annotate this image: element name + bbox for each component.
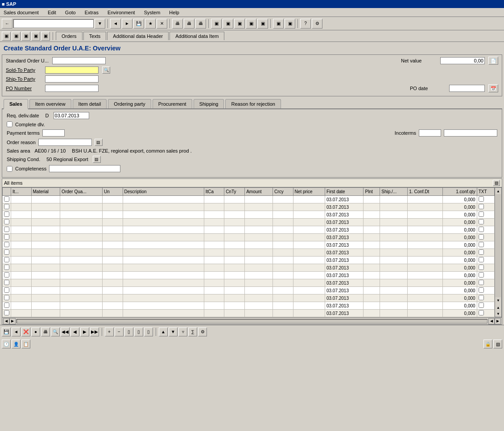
txt-checkbox[interactable]	[479, 242, 484, 247]
row-select-checkbox[interactable]	[4, 219, 9, 224]
tab-ordering-party[interactable]: Ordering party	[108, 99, 151, 108]
toolbar-btn-6[interactable]: ▣	[273, 19, 284, 29]
bt-filter-icon[interactable]: ▿	[178, 327, 187, 336]
order-reason-icon[interactable]: ▤	[95, 139, 103, 146]
nav-forward-icon[interactable]: ►	[122, 19, 132, 29]
print-icon[interactable]: 🖶	[172, 19, 183, 29]
row-select-checkbox[interactable]	[4, 227, 9, 232]
shortcut-icon[interactable]: ★	[145, 19, 156, 29]
txt-checkbox[interactable]	[479, 265, 484, 270]
col-ship[interactable]: Ship./...	[380, 188, 408, 196]
toolbar2-btn1[interactable]: ▣	[2, 32, 11, 41]
grid-txt[interactable]	[477, 219, 494, 226]
tab-additional-header[interactable]: Additional data Header	[107, 32, 169, 40]
row-select-checkbox[interactable]	[4, 310, 9, 315]
table-row[interactable]: 03.07.20130,000	[3, 264, 495, 272]
shipping-cond-icon[interactable]: ▤	[93, 156, 101, 163]
bt2-notes-icon[interactable]: 📋	[21, 340, 30, 348]
row-select-checkbox[interactable]	[4, 287, 9, 293]
tab-orders[interactable]: Orders	[56, 32, 83, 40]
scroll-down-btn[interactable]: ▼	[495, 297, 501, 303]
menu-environment[interactable]: Environment	[106, 9, 137, 16]
tab-procurement[interactable]: Procurement	[153, 99, 192, 108]
col-crcy[interactable]: Crcy	[273, 188, 293, 196]
toolbar2-btn2[interactable]: ▣	[12, 32, 21, 41]
col-net-price[interactable]: Net price	[293, 188, 325, 196]
toolbar2-btn5[interactable]: ▣	[41, 32, 50, 41]
txt-checkbox[interactable]	[479, 257, 484, 262]
print2-icon[interactable]: 🖶	[184, 19, 194, 29]
tab-sales[interactable]: Sales	[4, 99, 28, 109]
txt-checkbox[interactable]	[479, 310, 484, 315]
row-select-checkbox[interactable]	[4, 204, 9, 209]
txt-checkbox[interactable]	[479, 211, 484, 217]
po-number-input[interactable]	[45, 85, 99, 92]
row-select-checkbox[interactable]	[4, 196, 9, 202]
table-row[interactable]: 03.07.20130,000	[3, 272, 495, 279]
bt-sort1-icon[interactable]: ▲	[159, 327, 168, 336]
bt-exit-icon[interactable]: ❌	[21, 327, 30, 336]
col-txt[interactable]: TXT	[477, 188, 494, 196]
bt-next-icon[interactable]: ▶	[80, 327, 89, 336]
row-select-checkbox[interactable]	[4, 234, 9, 240]
txt-checkbox[interactable]	[479, 204, 484, 209]
bt-paste-icon[interactable]: ▯	[134, 327, 143, 336]
row-select-checkbox[interactable]	[4, 303, 9, 308]
tab-item-overview[interactable]: Item overview	[29, 99, 71, 108]
scroll-down2-btn[interactable]: ▼	[495, 311, 501, 317]
toolbar-btn-2[interactable]: ▣	[223, 19, 233, 29]
menu-system[interactable]: System	[142, 9, 162, 16]
settings-icon[interactable]: ⚙	[312, 19, 322, 29]
bt-print-icon[interactable]: 🖶	[41, 327, 50, 336]
col-amount[interactable]: Amount	[245, 188, 273, 196]
menu-goto[interactable]: Goto	[63, 9, 78, 16]
bt2-lock-icon[interactable]: 🔒	[483, 340, 492, 348]
toolbar-btn-3[interactable]: ▣	[234, 19, 245, 29]
bt-find-icon[interactable]: 🔍	[51, 327, 60, 336]
txt-checkbox[interactable]	[479, 234, 484, 240]
txt-checkbox[interactable]	[479, 227, 484, 232]
table-row[interactable]: 03.07.20130,000	[3, 287, 495, 294]
po-date-icon[interactable]: 📅	[488, 84, 498, 92]
cancel-icon[interactable]: ✕	[157, 19, 167, 29]
table-row[interactable]: 03.07.20130,000	[3, 302, 495, 310]
grid-txt[interactable]	[477, 226, 494, 234]
vertical-scrollbar[interactable]: ▲ ▼ ▲ ▼	[495, 187, 502, 317]
bt-cancel-icon[interactable]: ●	[31, 327, 40, 336]
table-row[interactable]: 03.07.20130,000	[3, 226, 495, 234]
row-select-checkbox[interactable]	[4, 242, 9, 247]
col-plnt[interactable]: Plnt	[364, 188, 380, 196]
bt-prev-icon[interactable]: ◀	[70, 327, 79, 336]
grid-txt[interactable]	[477, 196, 494, 203]
table-row[interactable]: 03.07.20130,000	[3, 196, 495, 203]
menu-help[interactable]: Help	[167, 9, 181, 16]
table-row[interactable]: 03.07.20130,000	[3, 279, 495, 287]
command-input-icon[interactable]: ▼	[95, 19, 105, 29]
table-row[interactable]: 03.07.20130,000	[3, 249, 495, 257]
payment-terms-input[interactable]	[42, 129, 65, 137]
toolbar2-btn4[interactable]: ▣	[31, 32, 40, 41]
bt-back-icon[interactable]: ◄	[12, 327, 21, 336]
row-select-checkbox[interactable]	[4, 265, 9, 270]
grid-txt[interactable]	[477, 203, 494, 211]
completeness-input[interactable]	[49, 165, 120, 172]
sold-to-party-input[interactable]	[45, 66, 99, 74]
tab-item-detail[interactable]: Item detail	[73, 99, 107, 108]
completeness-checkbox[interactable]	[7, 166, 12, 172]
bt-config-icon[interactable]: ⚙	[198, 327, 207, 336]
col-material[interactable]: Material	[31, 188, 60, 196]
grid-txt[interactable]	[477, 294, 494, 302]
txt-checkbox[interactable]	[479, 295, 484, 300]
grid-txt[interactable]	[477, 272, 494, 279]
grid-txt[interactable]	[477, 287, 494, 294]
hscroll-left2-btn[interactable]: ◀	[488, 318, 495, 324]
row-select-checkbox[interactable]	[4, 249, 9, 255]
col-conf-dt[interactable]: 1. Conf.Dt	[408, 188, 443, 196]
grid-txt[interactable]	[477, 310, 494, 317]
help-icon[interactable]: ?	[300, 19, 311, 29]
grid-txt[interactable]	[477, 279, 494, 287]
ship-to-party-input[interactable]	[45, 75, 99, 83]
grid-txt[interactable]	[477, 302, 494, 310]
horizontal-scrollbar[interactable]: ◀ ▶ ◀ ▶	[2, 317, 502, 324]
incoterms-input2[interactable]	[444, 129, 497, 137]
